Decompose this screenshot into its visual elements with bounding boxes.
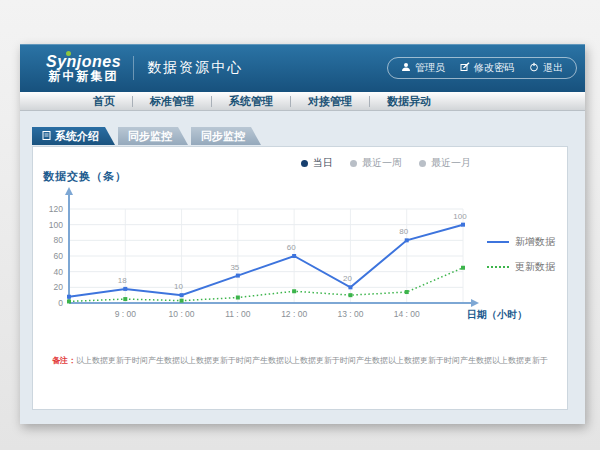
svg-text:11 : 00: 11 : 00 [225, 309, 251, 319]
power-icon [529, 62, 539, 74]
svg-text:18: 18 [118, 276, 127, 285]
svg-text:100: 100 [49, 220, 63, 230]
user-icon [401, 62, 411, 74]
tab-system-intro[interactable]: 系统介绍 [32, 127, 115, 145]
tab-bar: 系统介绍 同步监控 同步监控 [32, 127, 261, 145]
svg-text:日期（小时）: 日期（小时） [467, 309, 527, 320]
footnote-text: 以上数据更新于时间产生数据以上数据更新于时间产生数据以上数据更新于时间产生数据以… [76, 356, 548, 365]
svg-text:60: 60 [54, 251, 64, 261]
svg-text:60: 60 [287, 243, 296, 252]
svg-text:20: 20 [343, 274, 352, 283]
svg-text:10 : 00: 10 : 00 [169, 309, 195, 319]
chart-panel: 当日 最近一周 最近一月 数据交换（条） 0204060801001209 : … [32, 146, 568, 410]
svg-text:14 : 00: 14 : 00 [394, 309, 420, 319]
tab-sync-monitor-2-label: 同步监控 [201, 129, 245, 144]
footnote: 备注：以上数据更新于时间产生数据以上数据更新于时间产生数据以上数据更新于时间产生… [33, 355, 567, 366]
footnote-label: 备注： [52, 356, 76, 365]
legend-item-update-data: 更新数据 [487, 260, 555, 274]
series-legend: 新增数据 更新数据 [487, 235, 555, 274]
company-name: 新中新集团 [46, 70, 121, 83]
svg-text:12 : 00: 12 : 00 [281, 309, 307, 319]
app-header: Synjones 新中新集团 数据资源中心 管理员 修改密码 退出 [20, 44, 585, 92]
document-icon [42, 130, 51, 142]
svg-text:80: 80 [54, 235, 64, 245]
nav-item-system-mgmt[interactable]: 系统管理 [211, 96, 290, 107]
svg-text:120: 120 [49, 204, 63, 214]
svg-text:13 : 00: 13 : 00 [337, 309, 363, 319]
header-divider [133, 56, 134, 80]
svg-text:9 : 00: 9 : 00 [115, 309, 137, 319]
tab-sync-monitor-1-label: 同步监控 [128, 129, 172, 144]
logout-label: 退出 [543, 61, 563, 75]
user-menu-admin[interactable]: 管理员 [401, 61, 445, 75]
tab-sync-monitor-1[interactable]: 同步监控 [118, 127, 188, 145]
brand-text: Synjones [46, 53, 121, 70]
svg-text:35: 35 [230, 263, 239, 272]
app-title: 数据资源中心 [147, 59, 243, 77]
new-data-line-swatch [487, 241, 509, 243]
nav-item-home[interactable]: 首页 [76, 96, 132, 107]
edit-icon [460, 62, 470, 74]
app-window: Synjones 新中新集团 数据资源中心 管理员 修改密码 退出 [20, 44, 585, 424]
svg-text:40: 40 [54, 267, 64, 277]
update-data-line-swatch [487, 266, 509, 268]
nav-item-standard-mgmt[interactable]: 标准管理 [132, 96, 211, 107]
legend-item-new-data: 新增数据 [487, 235, 555, 249]
svg-text:10: 10 [174, 282, 183, 291]
change-password-button[interactable]: 修改密码 [460, 61, 514, 75]
nav-item-interface-mgmt[interactable]: 对接管理 [290, 96, 369, 107]
svg-text:100: 100 [453, 212, 467, 221]
user-menu-admin-label: 管理员 [415, 61, 445, 75]
legend-update-data-label: 更新数据 [515, 260, 555, 274]
svg-text:20: 20 [54, 282, 64, 292]
legend-new-data-label: 新增数据 [515, 235, 555, 249]
brand-logo: Synjones 新中新集团 [46, 53, 121, 84]
change-password-label: 修改密码 [474, 61, 514, 75]
main-nav: 首页 标准管理 系统管理 对接管理 数据异动 [20, 92, 585, 111]
desktop-background: Synjones 新中新集团 数据资源中心 管理员 修改密码 退出 [0, 0, 600, 450]
logo-accent-dot [66, 51, 71, 56]
tab-sync-monitor-2[interactable]: 同步监控 [191, 127, 261, 145]
user-menu: 管理员 修改密码 退出 [387, 57, 577, 79]
nav-item-data-change[interactable]: 数据异动 [369, 96, 448, 107]
tab-system-intro-label: 系统介绍 [55, 129, 99, 144]
svg-text:0: 0 [58, 298, 63, 308]
logout-button[interactable]: 退出 [529, 61, 563, 75]
svg-text:80: 80 [399, 227, 408, 236]
brand-name: Synjones [46, 53, 121, 71]
